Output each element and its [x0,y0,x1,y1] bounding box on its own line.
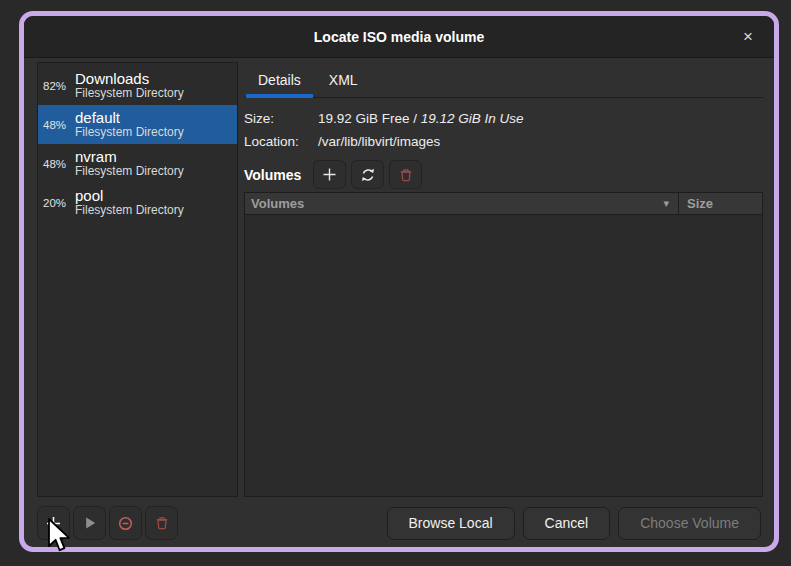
location-row: Location: /var/lib/libvirt/images [244,130,763,153]
sort-descending-icon: ▾ [663,197,669,210]
locate-iso-dialog: Locate ISO media volume × 82% Downloads … [19,11,779,552]
trash-icon [398,167,414,183]
location-value: /var/lib/libvirt/images [318,130,440,153]
footer: Browse Local Cancel Choose Volume [37,506,761,540]
details-tabs: Details XML [244,62,763,98]
location-label: Location: [244,130,318,153]
dialog-content: 82% Downloads Filesystem Directory 48% d… [24,58,774,547]
size-row: Size: 19.92 GiB Free / 19.12 GiB In Use [244,107,763,130]
delete-volume-button[interactable] [389,160,422,189]
volumes-toolbar: Volumes [244,160,763,189]
choose-volume-button[interactable]: Choose Volume [618,507,761,540]
pool-usage-percent: 48% [43,119,71,131]
column-header-volumes[interactable]: Volumes ▾ [245,193,679,214]
tab-details[interactable]: Details [244,62,315,97]
pool-type: Filesystem Directory [75,165,184,178]
titlebar[interactable]: Locate ISO media volume × [24,16,774,58]
plus-icon [45,515,62,532]
pool-usage-percent: 20% [43,197,71,209]
close-icon[interactable]: × [736,25,760,49]
pool-list-item[interactable]: 48% default Filesystem Directory [38,105,237,144]
delete-pool-button[interactable] [145,506,178,540]
cancel-button[interactable]: Cancel [523,507,611,540]
pool-type: Filesystem Directory [75,126,184,139]
storage-pool-list: 82% Downloads Filesystem Directory 48% d… [37,62,238,497]
play-icon [82,515,98,531]
circle-minus-icon [117,515,134,532]
add-pool-button[interactable] [37,506,70,540]
start-pool-button[interactable] [73,506,106,540]
pool-name: nvram [75,149,184,166]
pool-type: Filesystem Directory [75,204,184,217]
pool-details-pane: Details XML Size: 19.92 GiB Free / 19.12… [244,62,763,497]
pool-list-item[interactable]: 82% Downloads Filesystem Directory [38,66,237,105]
pool-name: Downloads [75,71,184,88]
browse-local-button[interactable]: Browse Local [387,507,515,540]
stop-pool-button[interactable] [109,506,142,540]
size-value: 19.92 GiB Free / 19.12 GiB In Use [318,107,524,130]
refresh-volumes-button[interactable] [351,160,384,189]
window-title: Locate ISO media volume [314,29,484,45]
pool-type: Filesystem Directory [75,87,184,100]
pool-usage-percent: 48% [43,158,71,170]
pool-name: default [75,110,184,127]
plus-icon [322,167,337,182]
volumes-table-body[interactable] [245,215,762,496]
column-header-size[interactable]: Size [679,193,762,214]
trash-icon [154,515,170,531]
size-in-use: 19.12 GiB In Use [421,111,524,126]
refresh-icon [360,167,376,183]
volumes-label: Volumes [244,167,301,183]
pool-name: pool [75,188,184,205]
pool-list-item[interactable]: 20% pool Filesystem Directory [38,183,237,222]
volumes-table: Volumes ▾ Size [244,192,763,497]
tab-xml[interactable]: XML [315,62,372,97]
volumes-table-header: Volumes ▾ Size [245,193,762,215]
add-volume-button[interactable] [313,160,346,189]
size-label: Size: [244,107,318,130]
pool-usage-percent: 82% [43,80,71,92]
pool-list-item[interactable]: 48% nvram Filesystem Directory [38,144,237,183]
